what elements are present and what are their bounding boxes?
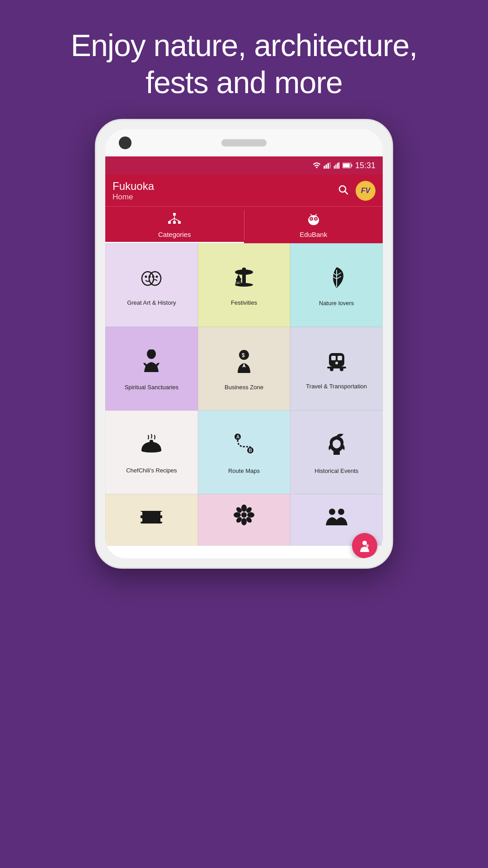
app-bar-actions: FV (338, 181, 375, 201)
app-bar-title-section: Fukuoka Home (113, 180, 154, 202)
svg-point-30 (149, 272, 161, 285)
wifi-icon (313, 162, 321, 169)
svg-point-34 (235, 269, 253, 275)
speaker (221, 139, 267, 146)
svg-rect-10 (351, 165, 352, 167)
category-spiritual[interactable]: Spiritual Sanctuaries (105, 327, 198, 410)
svg-point-73 (247, 512, 254, 518)
svg-rect-15 (173, 221, 176, 224)
svg-point-56 (340, 368, 343, 371)
svg-rect-59 (150, 440, 153, 443)
travel-icon (325, 350, 348, 377)
phone-device: 15:31 Fukuoka Home FV (95, 119, 393, 569)
tab-edubank[interactable]: EduBank (244, 207, 383, 243)
svg-point-28 (145, 276, 147, 278)
svg-point-78 (329, 509, 335, 515)
business-label: Business Zone (225, 384, 263, 392)
svg-rect-52 (331, 356, 336, 360)
svg-rect-53 (338, 356, 342, 360)
phone-notch (105, 129, 383, 156)
art-icon (140, 267, 163, 294)
travel-label: Travel & Transportation (306, 383, 367, 391)
historical-label: Historical Events (314, 467, 358, 475)
route-icon: A B (233, 433, 255, 462)
signal2-icon (333, 162, 340, 169)
category-travel[interactable]: Travel & Transportation (290, 327, 383, 410)
svg-point-25 (311, 218, 312, 219)
flower-icon (234, 504, 254, 531)
svg-rect-7 (338, 162, 339, 169)
app-logo-badge[interactable]: FV (356, 181, 375, 201)
svg-rect-9 (343, 164, 350, 168)
category-chef[interactable]: ChefChili's Recipes (105, 410, 198, 494)
svg-point-70 (241, 505, 247, 512)
svg-point-79 (338, 509, 344, 515)
search-button[interactable] (338, 184, 348, 198)
status-bar: 15:31 (105, 156, 383, 175)
signal-icon (324, 162, 331, 169)
category-route[interactable]: A B Route Maps (198, 410, 291, 494)
svg-point-57 (335, 362, 338, 364)
svg-text:A: A (236, 434, 239, 439)
svg-point-72 (234, 512, 241, 518)
people-icon (325, 504, 348, 531)
battery-icon (343, 163, 352, 168)
tab-bar: Categories (105, 206, 383, 243)
svg-point-55 (330, 368, 333, 371)
svg-rect-2 (328, 163, 329, 169)
svg-rect-51 (329, 353, 344, 367)
svg-rect-3 (329, 162, 331, 169)
svg-rect-54 (327, 367, 346, 368)
svg-rect-13 (173, 213, 176, 216)
edubank-icon (306, 213, 321, 229)
svg-rect-68 (160, 518, 163, 522)
svg-rect-0 (324, 166, 325, 169)
film-icon (140, 504, 163, 531)
svg-point-27 (142, 272, 154, 285)
category-nature[interactable]: Nature lovers (290, 243, 383, 327)
svg-rect-5 (335, 165, 336, 169)
svg-line-18 (169, 218, 174, 221)
svg-rect-16 (178, 221, 181, 224)
nature-label: Nature lovers (319, 300, 354, 307)
svg-rect-1 (325, 165, 327, 169)
route-label: Route Maps (228, 467, 260, 475)
svg-line-19 (174, 218, 179, 221)
svg-point-69 (241, 512, 247, 518)
category-business[interactable]: $ Business Zone (198, 327, 291, 410)
svg-point-80 (362, 541, 367, 545)
app-city-title: Fukuoka (113, 180, 154, 193)
svg-point-36 (237, 276, 240, 279)
festivities-icon (232, 267, 256, 294)
svg-point-42 (235, 283, 253, 287)
category-festivities[interactable]: Festivities (198, 243, 291, 327)
category-art[interactable]: Great Art & History (105, 243, 198, 327)
svg-point-31 (152, 276, 155, 278)
art-label: Great Art & History (127, 299, 176, 307)
status-time: 15:31 (355, 161, 375, 170)
business-icon: $ (234, 349, 254, 378)
tab-categories-label: Categories (158, 231, 191, 238)
svg-text:B: B (249, 448, 252, 453)
spiritual-label: Spiritual Sanctuaries (125, 384, 178, 392)
app-home-label: Home (113, 193, 154, 202)
category-row4b[interactable] (198, 494, 291, 546)
categories-grid: Great Art & History (105, 243, 383, 546)
svg-line-12 (345, 192, 348, 194)
spiritual-icon (141, 349, 161, 378)
svg-rect-4 (334, 166, 335, 169)
svg-point-20 (308, 215, 319, 225)
category-row4a[interactable] (105, 494, 198, 546)
svg-rect-66 (140, 518, 142, 522)
svg-rect-67 (160, 512, 163, 515)
tab-categories[interactable]: Categories (105, 207, 244, 243)
nature-icon (327, 266, 347, 294)
fab-button[interactable] (352, 533, 377, 558)
category-historical[interactable]: Historical Events (290, 410, 383, 494)
app-bar: Fukuoka Home FV (105, 175, 383, 206)
svg-point-71 (241, 518, 247, 525)
svg-point-48 (147, 349, 156, 359)
categories-icon (168, 213, 181, 229)
svg-rect-65 (140, 512, 142, 515)
chef-icon (140, 434, 163, 462)
